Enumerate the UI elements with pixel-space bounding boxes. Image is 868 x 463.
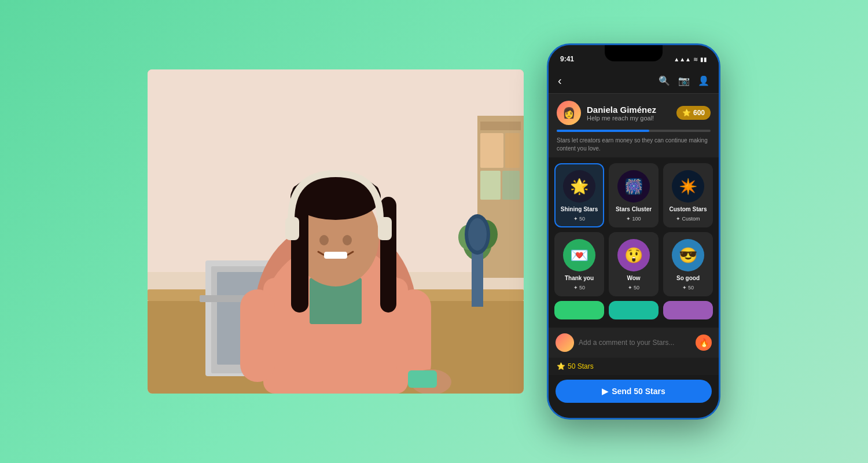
sticker-thank-you-icon: 💌 bbox=[563, 239, 595, 271]
stickers-section: 🌟 Shining Stars ✦ 50 🎆 bbox=[549, 157, 719, 325]
badge-star-icon: ⭐ bbox=[682, 109, 691, 117]
cost-star-icon: ✦ bbox=[573, 216, 578, 222]
svg-point-20 bbox=[468, 218, 487, 251]
cost-star-icon3: ✦ bbox=[676, 216, 681, 222]
sticker-so-good-label: So good bbox=[676, 275, 700, 281]
phone-content: ‹ 🔍 📷 👤 👩 Daniela Giménez bbox=[549, 68, 719, 418]
sticker-shining-stars-label: Shining Stars bbox=[561, 206, 598, 212]
cost-star-icon4: ✦ bbox=[573, 285, 578, 291]
creator-text: Daniela Giménez Help me reach my goal! bbox=[587, 105, 656, 122]
sticker-shining-stars-cost: ✦ 50 bbox=[573, 216, 585, 222]
svg-rect-5 bbox=[505, 133, 520, 168]
sticker-thank-you-label: Thank you bbox=[565, 275, 594, 281]
stars-count-bar: ⭐ 50 Stars bbox=[549, 358, 719, 375]
sticker-custom-stars-label: Custom Stars bbox=[669, 206, 707, 212]
camera-icon[interactable]: 📷 bbox=[678, 75, 690, 86]
cost-star-icon2: ✦ bbox=[626, 216, 631, 222]
back-button[interactable]: ‹ bbox=[558, 74, 562, 87]
svg-rect-36 bbox=[240, 289, 275, 382]
sticker-thank-you-cost: ✦ 50 bbox=[573, 285, 585, 291]
sticker-custom-stars-cost: ✦ Custom bbox=[676, 216, 700, 222]
sticker-so-good-icon: 😎 bbox=[672, 239, 704, 271]
sticker-wow-cost: ✦ 50 bbox=[628, 285, 639, 291]
creator-row: 👩 Daniela Giménez Help me reach my goal!… bbox=[557, 101, 711, 125]
profile-icon[interactable]: 👤 bbox=[698, 75, 709, 86]
creator-info: 👩 Daniela Giménez Help me reach my goal! bbox=[557, 101, 656, 125]
phone-mockup: 9:41 ▲▲▲ ≋ ▮▮ ‹ 🔍 📷 👤 bbox=[547, 43, 720, 420]
svg-rect-30 bbox=[292, 185, 379, 203]
person-photo bbox=[148, 69, 524, 394]
comment-input[interactable] bbox=[579, 339, 691, 347]
comment-section: 🔥 bbox=[549, 328, 719, 358]
sticker-stars-cluster-cost: ✦ 100 bbox=[626, 216, 641, 222]
status-time: 9:41 bbox=[560, 55, 574, 63]
sticker-custom-stars[interactable]: ✴️ Custom Stars ✦ Custom bbox=[663, 163, 713, 227]
sticker-stars-cluster-icon: 🎆 bbox=[617, 170, 650, 203]
send-stars-button[interactable]: ▶ Send 50 Stars bbox=[556, 380, 712, 403]
stars-count-icon: ⭐ bbox=[557, 362, 565, 370]
sticker-wow-icon: 😲 bbox=[617, 239, 650, 271]
cost-star-icon5: ✦ bbox=[628, 285, 632, 291]
stars-count-display: ⭐ 50 Stars bbox=[557, 362, 594, 370]
signal-icon: ▲▲▲ bbox=[674, 56, 691, 63]
phone-navbar: ‹ 🔍 📷 👤 bbox=[549, 68, 719, 94]
battery-icon: ▮▮ bbox=[700, 56, 707, 63]
sticker-wow-label: Wow bbox=[627, 275, 640, 281]
wifi-icon: ≋ bbox=[693, 56, 698, 63]
svg-rect-3 bbox=[480, 122, 521, 130]
creator-avatar: 👩 bbox=[557, 101, 581, 125]
sticker-wow[interactable]: 😲 Wow ✦ 50 bbox=[609, 232, 659, 296]
svg-point-32 bbox=[343, 235, 352, 245]
main-scene: 9:41 ▲▲▲ ≋ ▮▮ ‹ 🔍 📷 👤 bbox=[148, 43, 720, 420]
stickers-partial-row bbox=[554, 301, 713, 319]
svg-rect-7 bbox=[502, 171, 520, 200]
svg-rect-33 bbox=[324, 252, 347, 259]
send-label: Send 50 Stars bbox=[612, 387, 665, 396]
search-icon[interactable]: 🔍 bbox=[659, 75, 670, 86]
partial-sticker-2 bbox=[609, 301, 659, 319]
svg-rect-39 bbox=[408, 370, 437, 388]
sticker-shining-stars-icon: 🌟 bbox=[563, 170, 595, 203]
sticker-stars-cluster[interactable]: 🎆 Stars Cluster ✦ 100 bbox=[609, 163, 659, 227]
svg-point-31 bbox=[319, 235, 329, 245]
partial-sticker-1 bbox=[554, 301, 604, 319]
progress-bar-fill bbox=[557, 130, 649, 132]
stickers-grid: 🌟 Shining Stars ✦ 50 🎆 bbox=[554, 163, 713, 296]
comment-avatar bbox=[556, 333, 574, 352]
sticker-custom-stars-icon: ✴️ bbox=[672, 170, 704, 203]
stars-count-label: 50 Stars bbox=[568, 362, 594, 370]
svg-rect-6 bbox=[480, 171, 501, 200]
info-text: Stars let creators earn money so they ca… bbox=[557, 137, 711, 153]
progress-bar-wrap bbox=[557, 130, 711, 132]
svg-rect-4 bbox=[480, 133, 503, 168]
svg-rect-34 bbox=[285, 217, 299, 240]
sticker-so-good[interactable]: 😎 So good ✦ 50 bbox=[663, 232, 713, 296]
partial-sticker-3 bbox=[663, 301, 713, 319]
creator-section: 👩 Daniela Giménez Help me reach my goal!… bbox=[549, 94, 719, 157]
creator-name: Daniela Giménez bbox=[587, 105, 656, 115]
sticker-stars-cluster-label: Stars Cluster bbox=[616, 206, 652, 212]
stars-badge: ⭐ 600 bbox=[676, 106, 711, 120]
phone-notch bbox=[605, 45, 663, 61]
nav-icons: 🔍 📷 👤 bbox=[659, 75, 709, 86]
sticker-so-good-cost: ✦ 50 bbox=[682, 285, 694, 291]
badge-count: 600 bbox=[693, 109, 705, 117]
svg-rect-35 bbox=[378, 217, 392, 240]
phone-frame: 9:41 ▲▲▲ ≋ ▮▮ ‹ 🔍 📷 👤 bbox=[547, 43, 720, 420]
sticker-shining-stars[interactable]: 🌟 Shining Stars ✦ 50 bbox=[554, 163, 604, 227]
sticker-thank-you[interactable]: 💌 Thank you ✦ 50 bbox=[554, 232, 604, 296]
status-icons: ▲▲▲ ≋ ▮▮ bbox=[674, 56, 707, 63]
cost-star-icon6: ✦ bbox=[682, 285, 687, 291]
send-icon: ▶ bbox=[602, 387, 608, 396]
photo-card bbox=[148, 69, 524, 394]
creator-subtitle: Help me reach my goal! bbox=[587, 115, 656, 122]
svg-rect-37 bbox=[396, 289, 431, 382]
sticker-fire-button[interactable]: 🔥 bbox=[696, 335, 712, 351]
